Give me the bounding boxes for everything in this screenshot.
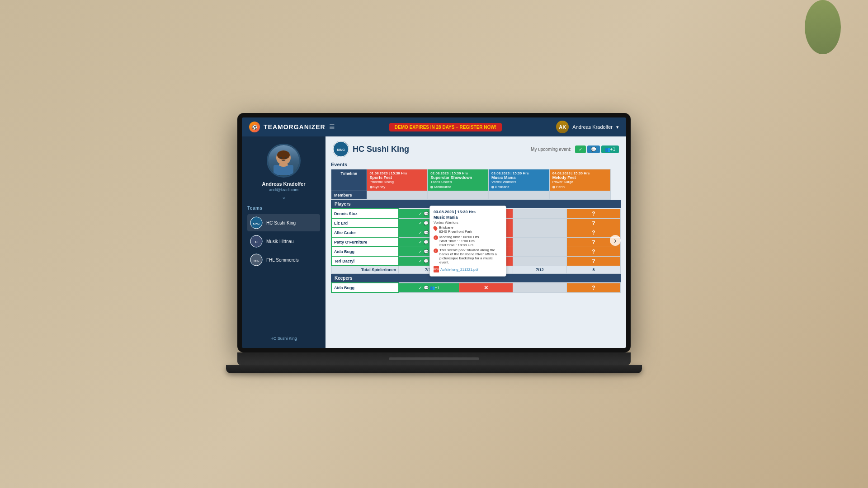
player-name-liz-erd[interactable]: Liz Erd bbox=[331, 218, 399, 228]
svg-text:C: C bbox=[255, 240, 257, 244]
user-avatar: AK bbox=[556, 121, 569, 133]
events-next-arrow[interactable]: › bbox=[610, 235, 621, 246]
check-icon-liz: ✓ bbox=[419, 221, 422, 225]
team-logo-fhl-sommereis: FHL bbox=[250, 253, 263, 266]
events-section-label: Events bbox=[331, 160, 621, 169]
player-name-patty-ofurniture[interactable]: Patty O'Furniture bbox=[331, 237, 399, 247]
event-1-date: 01.08.2023 | 15:30 Hrs bbox=[370, 171, 425, 175]
popup-address: Brisbane8340 Riverfront Park bbox=[439, 225, 472, 234]
event-2-date: 02.08.2023 | 15:30 Hrs bbox=[430, 171, 486, 175]
event-4-name: Melody Fest bbox=[552, 175, 608, 180]
popup-name: Music Mania bbox=[434, 215, 502, 220]
header-left: ⚽ TEAMORGANIZER ☰ bbox=[249, 122, 335, 132]
question-icon: ? bbox=[592, 211, 595, 217]
event-col-3[interactable]: 03.08.2023 | 15:30 Hrs Music Mania Vorte… bbox=[489, 169, 550, 191]
player-aida-action-3 bbox=[513, 247, 567, 256]
player-name-allie-grater[interactable]: Allie Grater bbox=[331, 228, 399, 237]
profile-photo bbox=[267, 144, 301, 178]
event-check-button[interactable]: ✓ bbox=[575, 145, 586, 153]
app-logo: ⚽ bbox=[249, 122, 260, 132]
action-icons-keeper-aida: ✓ 💬 👥+1 bbox=[401, 286, 457, 290]
player-liz-action-4[interactable]: ? bbox=[567, 218, 621, 228]
keeper-row-aida: Aida Bugg ✓ 💬 👥+1 bbox=[331, 283, 621, 292]
keeper-aida-action-3 bbox=[513, 283, 567, 292]
app-header: ⚽ TEAMORGANIZER ☰ DEMO EXPIRES IN 28 DAY… bbox=[242, 117, 626, 136]
svg-point-3 bbox=[285, 157, 287, 159]
members-col-1 bbox=[367, 191, 428, 200]
total-label: Total SpielerInnen bbox=[331, 266, 399, 274]
player-patty-action-3 bbox=[513, 237, 567, 247]
player-name-teri-dactyl[interactable]: Teri Dactyl bbox=[331, 256, 399, 266]
popup-sub: Vortex Warriors bbox=[434, 221, 502, 225]
pdf-icon: PDF bbox=[434, 266, 439, 272]
sidebar: Andreas Kradolfer andi@kradi.com ⌄ Teams… bbox=[242, 136, 326, 348]
user-dropdown-icon[interactable]: ▾ bbox=[616, 124, 619, 130]
event-col-2[interactable]: 02.08.2023 | 15:30 Hrs Superstar Showdow… bbox=[428, 169, 489, 191]
player-aida-action-4[interactable]: ? bbox=[567, 247, 621, 256]
team-name-fhl-sommereis: FHL Sommereis bbox=[266, 258, 299, 263]
event-4-location: Perth bbox=[552, 185, 608, 189]
keeper-name-aida-bugg[interactable]: Aida Bugg bbox=[331, 283, 399, 292]
popup-meeting-time: i Meeting time : 08:00 HrsStart Time : 1… bbox=[434, 235, 502, 247]
chat-icon-liz: 💬 bbox=[424, 221, 429, 225]
popup-file-attachment[interactable]: PDF Aufstellung_211221.pdf bbox=[434, 266, 502, 272]
event-col-4[interactable]: 04.08.2023 | 15:30 Hrs Melody Fest Power… bbox=[549, 169, 610, 191]
members-col-3 bbox=[489, 191, 550, 200]
keeper-aida-action-1[interactable]: ✓ 💬 👥+1 bbox=[399, 283, 459, 292]
event-3-date: 03.08.2023 | 15:30 Hrs bbox=[491, 171, 547, 175]
team-logo-musik-hittnau: C bbox=[250, 235, 263, 248]
popup-description: i This scenic park situated along the ba… bbox=[434, 248, 502, 264]
sidebar-item-musik-hittnau[interactable]: C Musik Hittnau bbox=[247, 233, 320, 250]
user-info[interactable]: AK Andreas Kradolfer ▾ bbox=[556, 121, 619, 133]
team-name-musik-hittnau: Musik Hittnau bbox=[266, 239, 294, 244]
user-avatar-inner: AK bbox=[556, 121, 569, 133]
player-name-dennis-stoz[interactable]: Dennis Stoz bbox=[331, 209, 399, 218]
popup-desc-text: This scenic park situated along the bank… bbox=[439, 248, 502, 264]
main-content: Andreas Kradolfer andi@kradi.com ⌄ Teams… bbox=[242, 136, 626, 348]
check-icon: ✓ bbox=[419, 211, 422, 216]
player-name-aida-bugg[interactable]: Aida Bugg bbox=[331, 247, 399, 256]
player-teri-action-4[interactable]: ? bbox=[567, 256, 621, 266]
teams-section-label: Teams bbox=[247, 206, 262, 211]
chat-icon: 💬 bbox=[424, 211, 429, 216]
question-icon-liz: ? bbox=[592, 220, 595, 226]
team-header: KING HC Sushi King My upcoming event: ✓ … bbox=[326, 136, 626, 160]
members-col-2 bbox=[428, 191, 489, 200]
svg-text:KING: KING bbox=[337, 148, 345, 151]
event-chat-button[interactable]: 💬 bbox=[587, 145, 600, 153]
player-dennis-action-3 bbox=[513, 209, 567, 218]
keeper-aida-action-4[interactable]: ? bbox=[567, 283, 621, 292]
player-liz-action-3 bbox=[513, 218, 567, 228]
event-col-1[interactable]: 01.08.2023 | 15:30 Hrs Sports Fest Phoen… bbox=[367, 169, 428, 191]
right-panel: KING HC Sushi King My upcoming event: ✓ … bbox=[326, 136, 626, 348]
sidebar-item-fhl-sommereis[interactable]: FHL FHL Sommereis bbox=[247, 251, 320, 268]
player-allie-action-3 bbox=[513, 228, 567, 237]
hamburger-menu-icon[interactable]: ☰ bbox=[329, 123, 335, 131]
event-action-buttons: ✓ 💬 👥+1 bbox=[575, 145, 619, 153]
team-logo-hc-sushi-king: KING bbox=[250, 216, 263, 229]
sidebar-item-hc-sushi-king[interactable]: KING HC Sushi King bbox=[247, 214, 320, 231]
demo-text: DEMO EXPIRES IN bbox=[395, 125, 436, 130]
profile-name: Andreas Kradolfer bbox=[262, 181, 306, 187]
popup-file-name: Aufstellung_211221.pdf bbox=[440, 267, 478, 272]
clock-icon: i bbox=[434, 235, 438, 240]
svg-point-1 bbox=[277, 150, 290, 160]
event-4-date: 04.08.2023 | 15:30 Hrs bbox=[552, 171, 608, 175]
keeper-aida-action-2[interactable]: ✕ bbox=[459, 283, 513, 292]
location-dot-2 bbox=[430, 186, 433, 188]
events-section: Events Timeline 01.08.2023 | 15:30 Hrs S… bbox=[326, 160, 626, 200]
demo-banner[interactable]: DEMO EXPIRES IN 28 DAYS – REGISTER NOW! bbox=[389, 123, 502, 131]
event-detail-popup: 03.08.2023 | 15:30 Hrs Music Mania Vorte… bbox=[429, 206, 506, 277]
popup-date: 03.08.2023 | 15:30 Hrs bbox=[434, 210, 502, 214]
player-dennis-action-4[interactable]: ? bbox=[567, 209, 621, 218]
event-1-sub: Phoenix Rising bbox=[370, 180, 425, 184]
event-2-sub: Titans United bbox=[430, 180, 486, 184]
members-col-4 bbox=[549, 191, 610, 200]
profile-photo-inner bbox=[268, 145, 299, 176]
app-title: TEAMORGANIZER bbox=[264, 123, 326, 131]
profile-chevron-icon[interactable]: ⌄ bbox=[282, 194, 286, 200]
team-logo-large: KING bbox=[333, 141, 349, 157]
event-3-name: Music Mania bbox=[491, 175, 547, 180]
members-header: Members bbox=[331, 191, 367, 200]
event-players-button[interactable]: 👥+1 bbox=[601, 145, 619, 153]
